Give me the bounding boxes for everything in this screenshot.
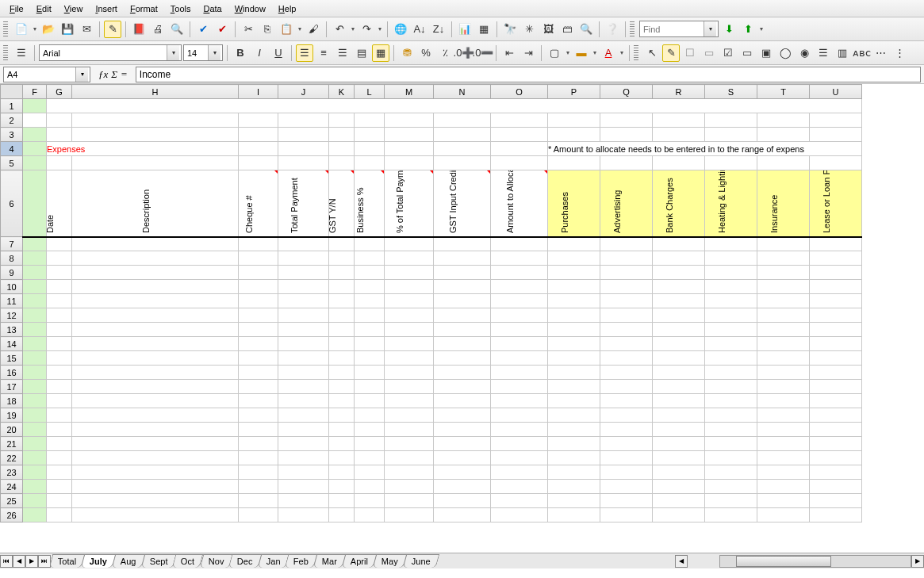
currency-button[interactable]: ⛃ bbox=[398, 44, 416, 62]
col-header-T[interactable]: T bbox=[757, 85, 810, 99]
row-header[interactable]: 1 bbox=[1, 99, 23, 113]
form-control-button[interactable]: ☐ bbox=[681, 44, 699, 62]
row-header[interactable]: 6 bbox=[1, 170, 23, 237]
font-size-input[interactable] bbox=[184, 45, 208, 60]
col-header-M[interactable]: M bbox=[385, 85, 434, 99]
col-header-O[interactable]: O bbox=[491, 85, 548, 99]
open-button[interactable]: 📂 bbox=[40, 21, 57, 38]
checkbox-control-button[interactable]: ☑ bbox=[719, 44, 737, 62]
bgcolor-button[interactable]: ▬ bbox=[573, 44, 590, 62]
dropdown-icon[interactable]: ▾ bbox=[167, 45, 179, 60]
form-control-button[interactable]: ◯ bbox=[776, 44, 794, 62]
navigator-button[interactable]: ✳ bbox=[520, 21, 538, 38]
select-all-corner[interactable] bbox=[1, 85, 23, 99]
row-header[interactable]: 12 bbox=[1, 308, 23, 323]
dropdown-icon[interactable]: ▾ bbox=[208, 45, 220, 60]
hscroll-left[interactable]: ◀ bbox=[675, 555, 688, 568]
menu-window[interactable]: Window bbox=[228, 2, 272, 15]
row-header[interactable]: 16 bbox=[1, 366, 23, 380]
sheet-tab-oct[interactable]: Oct bbox=[172, 554, 204, 568]
merge-cells-button[interactable]: ▦ bbox=[372, 44, 389, 62]
cell-header-total-payment[interactable]: Total Payment bbox=[278, 170, 329, 237]
form-toolbar-grip[interactable] bbox=[634, 45, 638, 61]
col-header-J[interactable]: J bbox=[278, 85, 329, 99]
cell-header-bank-charges[interactable]: Bank Charges bbox=[653, 170, 705, 237]
align-right-button[interactable]: ☰ bbox=[334, 44, 351, 62]
row-header[interactable]: 17 bbox=[1, 380, 23, 394]
textbox-control-button[interactable]: ▭ bbox=[738, 44, 756, 62]
styles-button[interactable]: ☰ bbox=[13, 44, 30, 62]
toolbar-grip[interactable] bbox=[3, 45, 8, 61]
spellcheck-button[interactable]: ✔ bbox=[194, 21, 212, 38]
row-header[interactable]: 25 bbox=[1, 494, 23, 508]
equals-button[interactable]: = bbox=[121, 68, 128, 81]
row-header[interactable]: 15 bbox=[1, 351, 23, 366]
sheet-tab-april[interactable]: April bbox=[342, 554, 378, 568]
dec-indent-button[interactable]: ⇤ bbox=[500, 44, 518, 62]
font-size-combo[interactable]: ▾ bbox=[183, 44, 223, 61]
font-name-combo[interactable]: ▾ bbox=[39, 44, 182, 61]
hscroll-thumb[interactable] bbox=[736, 556, 831, 567]
name-box-input[interactable] bbox=[4, 70, 75, 79]
redo-button[interactable]: ↷ bbox=[358, 21, 375, 38]
row-header[interactable]: 7 bbox=[1, 237, 23, 251]
menu-file[interactable]: File bbox=[3, 2, 30, 15]
bgcolor-dropdown[interactable] bbox=[592, 44, 598, 62]
number-std-button[interactable]: ٪ bbox=[436, 44, 454, 62]
tab-nav-prev[interactable]: ◀ bbox=[13, 555, 25, 568]
horizontal-scrollbar[interactable] bbox=[719, 555, 911, 568]
col-header-U[interactable]: U bbox=[810, 85, 862, 99]
name-box[interactable]: ▾ bbox=[3, 67, 90, 82]
add-decimal-button[interactable]: .0➕ bbox=[455, 44, 473, 62]
sheet-tab-mar[interactable]: Mar bbox=[313, 554, 347, 568]
sort-desc-button[interactable]: Z↓ bbox=[430, 21, 447, 38]
row-header[interactable]: 9 bbox=[1, 266, 23, 280]
email-button[interactable]: ✉ bbox=[78, 21, 95, 38]
paste-dropdown[interactable] bbox=[297, 21, 303, 38]
find-replace-button[interactable]: 🔭 bbox=[501, 21, 519, 38]
gallery-button[interactable]: 🖼 bbox=[539, 21, 557, 38]
find-dropdown-icon[interactable]: ▾ bbox=[704, 21, 716, 36]
find-next-button[interactable]: ⬇ bbox=[720, 21, 738, 38]
chart-button[interactable]: 📊 bbox=[456, 21, 474, 38]
form-control-button[interactable]: ▭ bbox=[700, 44, 718, 62]
row-header[interactable]: 21 bbox=[1, 437, 23, 451]
hyperlink-button[interactable]: 🌐 bbox=[392, 21, 409, 38]
save-button[interactable]: 💾 bbox=[59, 21, 76, 38]
dropdown-icon[interactable]: ▾ bbox=[75, 67, 88, 82]
underline-button[interactable]: U bbox=[270, 44, 287, 62]
sheet-tab-june[interactable]: June bbox=[403, 554, 439, 568]
edit-mode-button[interactable]: ✎ bbox=[104, 21, 121, 38]
copy-button[interactable]: ⎘ bbox=[259, 21, 276, 38]
row-header[interactable]: 22 bbox=[1, 451, 23, 465]
col-header-Q[interactable]: Q bbox=[600, 85, 653, 99]
cell-header-amount-allocate[interactable]: Amount to Allocate bbox=[491, 170, 548, 237]
row-header[interactable]: 19 bbox=[1, 408, 23, 423]
sheet-tab-dec[interactable]: Dec bbox=[228, 554, 262, 568]
more-controls-button[interactable]: ⋯ bbox=[872, 44, 889, 62]
borders-dropdown[interactable] bbox=[565, 44, 571, 62]
col-header-P[interactable]: P bbox=[548, 85, 600, 99]
inc-indent-button[interactable]: ⇥ bbox=[520, 44, 537, 62]
sheet-tab-july[interactable]: July bbox=[81, 554, 117, 568]
label-control-button[interactable]: ᴀʙᴄ bbox=[853, 44, 870, 62]
listbox-control-button[interactable]: ☰ bbox=[815, 44, 832, 62]
sheet-tab-sept[interactable]: Sept bbox=[141, 554, 177, 568]
menu-help[interactable]: Help bbox=[272, 2, 303, 15]
zoom-button[interactable]: 🔍 bbox=[577, 21, 595, 38]
menu-view[interactable]: View bbox=[58, 2, 90, 15]
bold-button[interactable]: B bbox=[232, 44, 249, 62]
sheet-tab-total[interactable]: Total bbox=[49, 554, 86, 568]
help-button[interactable]: ❔ bbox=[604, 21, 621, 38]
row-header[interactable]: 26 bbox=[1, 508, 23, 522]
cut-button[interactable]: ✂ bbox=[240, 21, 257, 38]
col-header-S[interactable]: S bbox=[705, 85, 757, 99]
select-arrow-button[interactable]: ↖ bbox=[643, 44, 661, 62]
col-header-G[interactable]: G bbox=[47, 85, 72, 99]
row-header-selected[interactable]: 4 bbox=[1, 142, 23, 156]
sheet-tab-may[interactable]: May bbox=[373, 554, 407, 568]
row-header[interactable]: 11 bbox=[1, 294, 23, 308]
cell-header-date[interactable]: Date bbox=[47, 170, 72, 237]
del-decimal-button[interactable]: .0➖ bbox=[474, 44, 492, 62]
menu-data[interactable]: Data bbox=[197, 2, 228, 15]
